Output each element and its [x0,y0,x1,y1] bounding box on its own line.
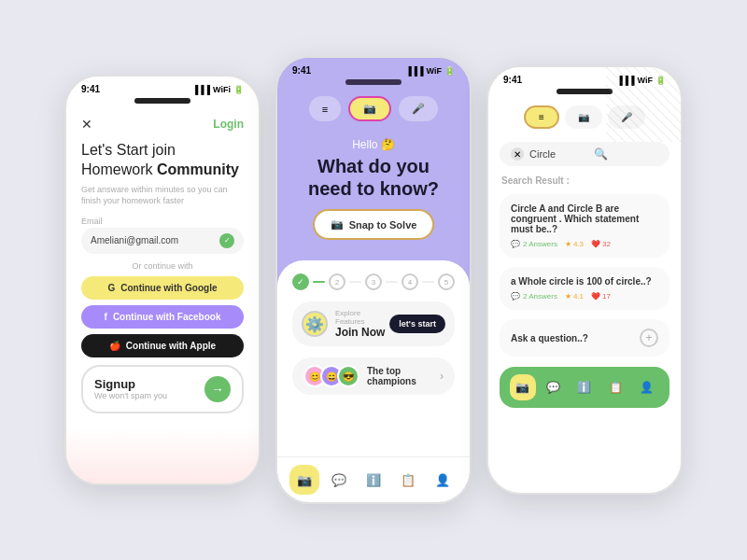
signup-title: Signup [94,377,167,391]
join-info: Explore Features Join Now [335,309,389,339]
status-icons-left: ▐▐▐ WiFi 🔋 [192,85,244,94]
status-icons-middle: ▐▐▐ WiF 🔋 [405,66,455,76]
right-tab-text[interactable]: ≡ [524,105,559,129]
status-bar-left: 9:41 ▐▐▐ WiFi 🔋 [66,77,259,98]
right-nav-chat[interactable]: 💬 [541,374,567,400]
star-icon-2: ★ [565,292,571,301]
champions-label: The top champions [367,366,440,386]
step-3: 3 [365,273,382,290]
middle-phone: 9:41 ▐▐▐ WiF 🔋 ≡ 📷 🎤 Hello 🤔 What do you… [275,56,472,504]
time-left: 9:41 [81,84,100,94]
signup-arrow[interactable]: → [204,376,231,402]
answer-count-2: 2 Answers [523,292,557,301]
time-middle: 9:41 [292,65,311,76]
time-right: 9:41 [503,75,522,85]
result-card-2[interactable]: a Whole circle is 100 of circle..? 💬 2 A… [500,267,669,310]
nav-user[interactable]: 👤 [428,465,458,495]
apple-label: Continue with Apple [126,341,216,351]
right-top-tabs: ≡ 📷 🎤 [488,98,681,136]
right-nav-info[interactable]: ℹ️ [571,374,598,400]
apple-button[interactable]: 🍎 Continue with Apple [81,334,244,357]
right-nav-camera[interactable]: 📷 [510,374,536,400]
snap-label: Snap to Solve [349,219,417,231]
or-text: Or continue with [81,261,244,271]
check-icon: ✓ [219,233,234,248]
nav-chat[interactable]: 💬 [324,465,354,495]
nav-info[interactable]: ℹ️ [359,465,388,495]
main-question: What do you need to know? [296,155,451,200]
right-bottom-bar: 📷 💬 ℹ️ 📋 👤 [500,367,669,408]
progress-row: ✓ 2 3 4 5 [292,273,455,290]
google-label: Continue with Google [120,283,217,293]
explore-icon: ⚙️ [302,311,328,337]
answers-badge-2: 💬 2 Answers [511,292,557,301]
likes-2: ❤️ 17 [591,292,611,301]
right-tab-camera[interactable]: 📷 [565,105,602,129]
hello-text: Hello 🤔 [296,138,451,151]
signup-text: Signup We won't spam you [94,377,167,400]
ask-card[interactable]: Ask a question..? + [500,319,669,357]
email-input[interactable]: Ameliani@gmail.com ✓ [81,228,244,254]
signup-box[interactable]: Signup We won't spam you → [81,365,244,413]
facebook-label: Continue with Facebook [113,312,221,322]
search-icon[interactable]: 🔍 [594,147,658,161]
snap-to-solve-button[interactable]: 📷 Snap to Solve [313,209,434,240]
right-nav-list[interactable]: 📋 [602,374,628,400]
answer-icon-2: 💬 [511,292,520,301]
email-value: Ameliani@gmail.com [91,235,219,245]
result2-meta: 💬 2 Answers ★ 4.1 ❤️ 17 [511,292,658,301]
camera-icon: 📷 [331,218,344,231]
facebook-icon: f [105,312,107,322]
bottom-nav-middle: 📷 💬 ℹ️ 📋 👤 [277,456,470,502]
battery-icon: 🔋 [233,85,244,94]
right-tab-mic[interactable]: 🎤 [608,105,645,129]
google-button[interactable]: G Continue with Google [81,276,244,300]
answer-count-1: 2 Answers [523,240,557,248]
email-label: Email [81,217,244,226]
right-nav-user[interactable]: 👤 [633,374,659,400]
rating-value-1: 4.3 [573,240,584,248]
step-5: 5 [438,273,455,290]
notch-middle [345,79,402,85]
result-card-1[interactable]: Circle A and Circle B are congruent . Wh… [500,194,669,258]
wifi-icon: WiFi [213,85,231,94]
login-link[interactable]: Login [213,118,244,131]
battery-icon-r: 🔋 [655,76,666,85]
result1-text: Circle A and Circle B are congruent . Wh… [511,203,658,234]
progress-line-2 [349,281,361,283]
likes-count-1: 32 [602,240,611,248]
wifi-icon-r: WiF [638,76,653,85]
nav-camera[interactable]: 📷 [289,465,319,495]
subtext: Get answare within minutes so you can fi… [81,184,244,207]
lets-start-button[interactable]: let's start [389,315,445,333]
google-icon: G [107,283,115,293]
search-bar[interactable]: ✕ Circle 🔍 [500,142,669,166]
search-value: Circle [529,148,594,160]
tab-camera[interactable]: 📷 [348,96,391,121]
plus-button[interactable]: + [640,329,658,347]
progress-line-4 [422,281,434,283]
facebook-button[interactable]: f Continue with Facebook [81,305,244,329]
avatar-3: 😎 [337,365,359,387]
close-button[interactable]: ✕ [81,117,92,132]
status-bar-right: 9:41 ▐▐▐ WiF 🔋 [488,67,681,89]
rating-2: ★ 4.1 [565,292,584,301]
battery-icon-m: 🔋 [444,66,455,76]
hello-section: Hello 🤔 What do you need to know? 📷 Snap… [277,129,470,260]
clear-icon[interactable]: ✕ [511,147,524,161]
notch-left [134,98,190,104]
champions-row[interactable]: 😊 😄 😎 The top champions › [292,357,455,395]
top-tabs-middle: ≡ 📷 🎤 [277,89,470,129]
notch-right [557,89,613,94]
answer-icon-1: 💬 [511,240,520,248]
signup-sub: We won't spam you [94,391,167,400]
search-result-label: Search Result : [488,172,681,189]
step-4: 4 [402,273,418,290]
status-icons-right: ▐▐▐ WiF 🔋 [616,76,666,85]
tab-mic[interactable]: 🎤 [399,96,438,121]
result2-text: a Whole circle is 100 of circle..? [511,276,658,287]
nav-list[interactable]: 📋 [393,465,423,495]
rating-1: ★ 4.3 [565,240,584,248]
heart-icon-2: ❤️ [591,292,600,301]
tab-text[interactable]: ≡ [309,96,341,121]
